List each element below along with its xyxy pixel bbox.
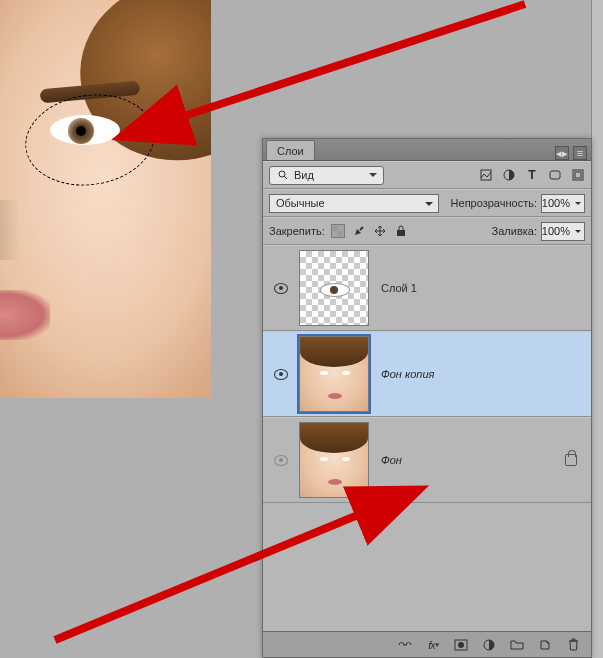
trash-icon[interactable] (565, 637, 581, 653)
lock-move-icon[interactable] (373, 224, 387, 238)
layers-panel: Слои ◂▸ ≡ Вид T Обычные Непрозрачность: … (262, 138, 592, 658)
svg-rect-6 (575, 172, 581, 178)
group-icon[interactable] (509, 637, 525, 653)
layer-name[interactable]: Слой 1 (375, 282, 585, 294)
visibility-toggle[interactable] (274, 283, 288, 294)
shape-filter-icon[interactable] (548, 168, 562, 182)
adjustment-icon[interactable] (481, 637, 497, 653)
opacity-value: 100% (542, 197, 570, 209)
layer-row[interactable]: Фон копия (263, 331, 591, 417)
chevron-down-icon (369, 173, 377, 181)
canvas-content (0, 0, 211, 398)
svg-rect-7 (333, 226, 338, 231)
document-canvas[interactable] (0, 0, 211, 398)
svg-line-14 (172, 4, 525, 120)
lock-transparent-icon[interactable] (331, 224, 345, 238)
svg-line-1 (284, 176, 287, 179)
svg-line-9 (360, 227, 363, 230)
lock-paint-icon[interactable] (352, 224, 366, 238)
svg-rect-4 (550, 171, 560, 179)
layer-search[interactable]: Вид (269, 166, 384, 185)
thumb-eye-content (320, 283, 350, 297)
fill-label: Заливка: (492, 225, 537, 237)
new-layer-icon[interactable] (537, 637, 553, 653)
svg-rect-8 (338, 231, 343, 236)
fill-input[interactable]: 100% (541, 222, 585, 241)
opacity-input[interactable]: 100% (541, 194, 585, 213)
layers-tab-label: Слои (277, 145, 304, 157)
visibility-toggle[interactable] (274, 455, 288, 466)
lock-label: Закрепить: (269, 225, 325, 237)
panel-tab-bar: Слои ◂▸ ≡ (263, 139, 591, 161)
search-icon (276, 168, 290, 182)
layer-thumbnail[interactable] (299, 422, 369, 498)
svg-point-12 (458, 642, 464, 648)
panel-menu-icon[interactable]: ≡ (573, 146, 587, 160)
layers-tab[interactable]: Слои (266, 140, 315, 160)
thumb-face-content (300, 423, 368, 497)
scrollbar-area[interactable] (591, 0, 603, 658)
blend-mode-value: Обычные (276, 197, 325, 209)
collapse-icon[interactable]: ◂▸ (555, 146, 569, 160)
lips (0, 290, 50, 340)
link-icon[interactable] (397, 637, 413, 653)
visibility-toggle[interactable] (274, 369, 288, 380)
layer-thumbnail[interactable] (299, 250, 369, 326)
text-filter-icon[interactable]: T (525, 168, 539, 182)
layer-thumbnail[interactable] (299, 336, 369, 412)
blend-row: Обычные Непрозрачность: 100% (263, 189, 591, 217)
image-filter-icon[interactable] (479, 168, 493, 182)
svg-rect-10 (397, 230, 405, 236)
layers-list: Слой 1 Фон копия Фон (263, 245, 591, 653)
fx-icon[interactable]: fx▾ (425, 637, 441, 653)
blend-mode-select[interactable]: Обычные (269, 194, 439, 213)
search-placeholder: Вид (294, 169, 314, 181)
lock-icon (565, 454, 577, 466)
smart-filter-icon[interactable] (571, 168, 585, 182)
lock-row: Закрепить: Заливка: 100% (263, 217, 591, 245)
nose-shadow (0, 200, 20, 260)
layer-name[interactable]: Фон копия (375, 368, 585, 380)
filter-row: Вид T (263, 161, 591, 189)
layer-row[interactable]: Слой 1 (263, 245, 591, 331)
panel-footer: fx▾ (263, 631, 591, 657)
layer-row[interactable]: Фон (263, 417, 591, 503)
lock-all-icon[interactable] (394, 224, 408, 238)
svg-rect-2 (481, 170, 491, 180)
fill-value: 100% (542, 225, 570, 237)
opacity-label: Непрозрачность: (451, 197, 537, 209)
adjust-filter-icon[interactable] (502, 168, 516, 182)
mask-icon[interactable] (453, 637, 469, 653)
layer-name[interactable]: Фон (375, 454, 559, 466)
thumb-face-content (300, 337, 368, 411)
